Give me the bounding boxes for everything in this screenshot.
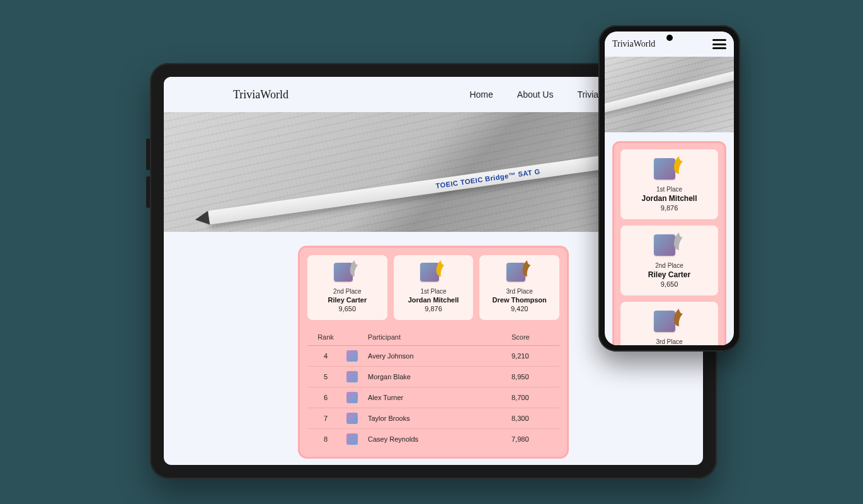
table-row[interactable]: 7 Taylor Brooks 8,300 [307,408,559,429]
avatar-wrap [419,261,448,285]
cell-name: Alex Turner [368,394,505,401]
podium-name: Drew Thompson [493,296,547,304]
cell-rank: 5 [311,373,340,381]
avatar-wrap [505,261,534,285]
nav-link-trivia[interactable]: Trivia [577,89,598,100]
podium-card-first[interactable]: 1st Place Jordan Mitchell 9,876 [620,149,718,219]
table-row[interactable]: 6 Alex Turner 8,700 [307,387,559,408]
podium-score: 9,420 [511,305,529,312]
header-score: Score [512,333,556,341]
cell-rank: 4 [311,352,340,360]
table-row[interactable]: 4 Avery Johnson 9,210 [307,346,559,367]
phone-screen: TriviaWorld 1st Place Jordan Mitchell 9,… [605,32,734,345]
podium-place-label: 3rd Place [506,288,533,295]
podium-card-third[interactable]: 3rd Place Drew Thompson 9,420 [479,255,559,320]
brand-logo[interactable]: TriviaWorld [612,39,655,49]
cell-score: 9,210 [512,352,556,360]
podium-card-second[interactable]: 2nd Place Riley Carter 9,650 [620,226,718,295]
podium-place-label: 1st Place [656,186,682,193]
nav-link-home[interactable]: Home [469,89,493,100]
avatar-wrap [653,309,687,336]
cell-rank: 7 [311,415,340,422]
hero-pencil [605,69,734,114]
hero-pencil-text: TOEIC TOEIC Bridge™ SAT G [435,168,540,190]
laurel-bronze-icon [520,259,534,278]
avatar-wrap [333,261,362,285]
table-row[interactable]: 8 Casey Reynolds 7,980 [307,429,559,449]
header-rank: Rank [311,333,340,341]
podium-score: 9,876 [661,204,678,212]
podium-card-second[interactable]: 2nd Place Riley Carter 9,650 [307,255,387,320]
cell-score: 7,980 [512,435,556,443]
hero-image [605,57,734,132]
podium-score: 9,650 [661,280,678,288]
avatar-icon [346,392,358,403]
podium-score: 9,650 [339,305,357,312]
phone-device-frame: TriviaWorld 1st Place Jordan Mitchell 9,… [598,25,740,352]
cell-score: 8,700 [512,394,556,401]
podium-name: Jordan Mitchell [408,296,459,304]
avatar-icon [346,433,358,445]
leaderboard-table: Rank Participant Score 4 Avery Johnson 9… [307,329,559,449]
laurel-gold-icon [672,154,687,176]
cell-name: Taylor Brooks [368,415,505,422]
hamburger-menu-icon[interactable] [712,39,726,49]
podium-row: 2nd Place Riley Carter 9,650 1st Place J… [307,255,559,320]
brand-logo[interactable]: TriviaWorld [233,88,289,101]
podium-name: Riley Carter [328,296,367,304]
leaderboard-card: 1st Place Jordan Mitchell 9,876 2nd Plac… [612,141,726,345]
laurel-silver-icon [672,231,687,252]
cell-name: Avery Johnson [368,352,505,360]
cell-rank: 8 [311,435,340,443]
hero-pencil: TOEIC TOEIC Bridge™ SAT G [208,147,664,225]
leaderboard-card: 2nd Place Riley Carter 9,650 1st Place J… [298,246,569,459]
avatar-wrap [653,233,687,260]
podium-score: 9,876 [425,305,442,312]
cell-name: Casey Reynolds [368,435,505,443]
laurel-bronze-icon [672,307,687,328]
nav-link-about[interactable]: About Us [517,89,554,100]
avatar-icon [346,413,358,424]
cell-score: 8,300 [512,415,556,422]
mobile-navbar: TriviaWorld [605,32,734,57]
cell-rank: 6 [311,394,340,401]
avatar-icon [346,350,358,362]
podium-place-label: 2nd Place [333,288,361,295]
podium-place-label: 1st Place [420,288,446,295]
laurel-silver-icon [348,259,362,278]
podium-place-label: 3rd Place [656,338,682,345]
avatar-icon [346,371,358,382]
laurel-gold-icon [434,259,448,278]
podium-place-label: 2nd Place [655,262,683,269]
podium-name: Jordan Mitchell [641,194,697,203]
podium-card-third[interactable]: 3rd Place Drew Thompson 9,420 [620,302,718,345]
cell-name: Morgan Blake [368,373,505,381]
cell-score: 8,950 [512,373,556,381]
podium-name: Riley Carter [648,270,690,279]
podium-card-first[interactable]: 1st Place Jordan Mitchell 9,876 [394,255,474,320]
table-header-row: Rank Participant Score [307,329,559,346]
table-row[interactable]: 5 Morgan Blake 8,950 [307,367,559,387]
header-participant: Participant [368,333,505,341]
avatar-wrap [653,157,687,183]
